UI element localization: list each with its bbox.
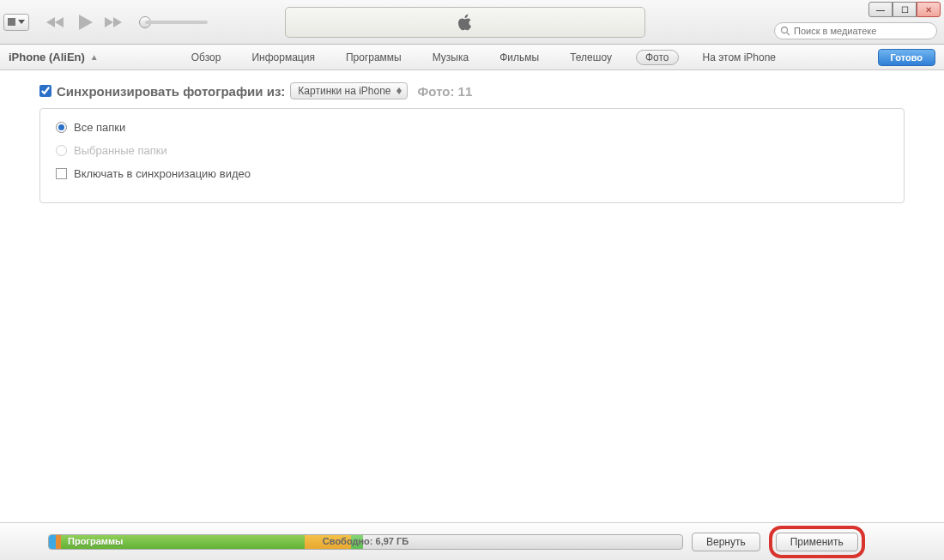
photo-source-dropdown[interactable]: Картинки на iPhone: [290, 82, 407, 99]
sync-photos-label: Синхронизировать фотографии из:: [57, 84, 285, 99]
close-button[interactable]: ✕: [917, 2, 941, 17]
minimize-button[interactable]: —: [868, 2, 893, 17]
option-all-folders-label: Все папки: [74, 121, 125, 134]
window-controls: — ☐ ✕: [868, 2, 941, 17]
tab-apps[interactable]: Программы: [339, 50, 408, 65]
device-name: iPhone (AliEn): [9, 51, 85, 63]
capacity-bar: Программы Свободно: 6,97 ГБ: [48, 534, 683, 550]
radio-selected-folders: [56, 145, 67, 156]
photo-sync-pane: Синхронизировать фотографии из: Картинки…: [0, 70, 944, 215]
capacity-free-label: Свободно: 6,97 ГБ: [323, 536, 408, 546]
tab-music[interactable]: Музыка: [426, 50, 475, 65]
option-include-videos[interactable]: Включать в синхронизацию видео: [56, 167, 888, 180]
prev-track-button[interactable]: [45, 15, 67, 29]
sync-photos-checkbox[interactable]: [39, 85, 51, 97]
revert-button[interactable]: Вернуть: [692, 533, 760, 551]
toolbar: — ☐ ✕: [0, 0, 944, 45]
svg-line-1: [787, 33, 790, 35]
sync-options-box: Все папки Выбранные папки Включать в син…: [39, 108, 905, 203]
playback-controls: [45, 13, 208, 32]
apply-highlight: Применить: [769, 526, 865, 558]
volume-slider[interactable]: [139, 17, 208, 27]
radio-all-folders[interactable]: [56, 122, 67, 133]
checkbox-include-videos[interactable]: [56, 168, 67, 179]
search-icon: [780, 26, 790, 36]
eject-icon[interactable]: ▲: [90, 52, 99, 62]
sync-header-row: Синхронизировать фотографии из: Картинки…: [39, 82, 905, 99]
bottom-bar: Программы Свободно: 6,97 ГБ Вернуть Прим…: [0, 522, 944, 560]
view-mode-button[interactable]: [3, 14, 29, 31]
option-include-videos-label: Включать в синхронизацию видео: [74, 167, 251, 180]
tab-movies[interactable]: Фильмы: [493, 50, 546, 65]
tab-overview[interactable]: Обзор: [185, 50, 228, 65]
apple-logo-icon: [457, 14, 473, 31]
tab-info[interactable]: Информация: [245, 50, 321, 65]
tab-photos[interactable]: Фото: [636, 50, 679, 65]
option-selected-folders: Выбранные папки: [56, 144, 888, 157]
capacity-segment-label: Программы: [68, 536, 123, 546]
option-selected-folders-label: Выбранные папки: [74, 144, 167, 157]
capacity-seg-audio: [49, 535, 56, 549]
search-field[interactable]: [774, 22, 937, 39]
lcd-display: [285, 7, 645, 38]
tab-onthis[interactable]: На этом iPhone: [696, 50, 784, 65]
tab-tvshows[interactable]: Телешоу: [563, 50, 619, 65]
search-input[interactable]: [794, 26, 931, 36]
svg-point-0: [782, 27, 788, 33]
play-button[interactable]: [76, 13, 94, 32]
next-track-button[interactable]: [103, 15, 125, 29]
device-tabbar: iPhone (AliEn) ▲ Обзор Информация Програ…: [0, 45, 944, 70]
maximize-button[interactable]: ☐: [893, 2, 917, 17]
tabs: Обзор Информация Программы Музыка Фильмы…: [185, 50, 783, 65]
photo-count-label: Фото: 11: [418, 84, 473, 99]
done-button[interactable]: Готово: [878, 49, 935, 66]
apply-button[interactable]: Применить: [776, 533, 858, 551]
option-all-folders[interactable]: Все папки: [56, 121, 888, 134]
